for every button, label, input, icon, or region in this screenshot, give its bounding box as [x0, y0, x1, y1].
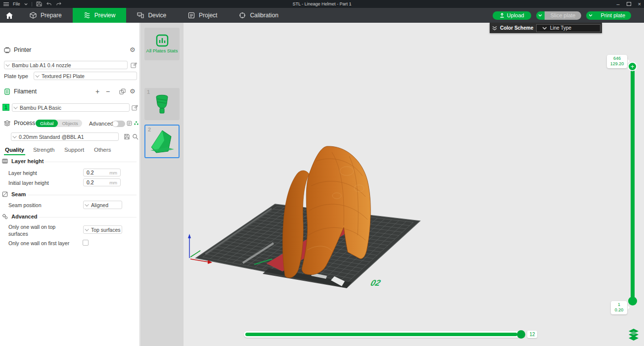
- upload-label: Upload: [507, 12, 524, 18]
- plate-1-number: 1: [147, 89, 150, 95]
- layer-slider-bottom-handle[interactable]: [628, 297, 637, 305]
- edit-printer-icon[interactable]: [131, 62, 137, 68]
- process-icon: [4, 120, 10, 127]
- one-wall-first-layer-label: Only one wall on first layer: [8, 240, 69, 246]
- filament-section-title: Filament: [14, 88, 37, 95]
- 3d-viewport[interactable]: 02: [184, 23, 644, 346]
- one-wall-first-layer-checkbox[interactable]: [83, 240, 89, 246]
- edit-filament-icon[interactable]: [132, 104, 138, 111]
- color-scheme-label: Color Scheme: [500, 25, 533, 31]
- filament-settings-icon[interactable]: ⚙: [130, 88, 136, 94]
- settings-sidebar: Printer ⚙ Bambu Lab A1 0.4 nozzle Plate …: [0, 23, 140, 346]
- layer-slider-track[interactable]: [631, 65, 635, 302]
- window-title: STL - Lineage Helmet - Part 1: [0, 1, 644, 6]
- seam-position-select[interactable]: Aligned: [83, 201, 122, 209]
- upload-button[interactable]: Upload: [493, 11, 531, 20]
- seam-position-label: Seam position: [8, 202, 42, 208]
- initial-layer-height-unit: mm: [109, 180, 120, 185]
- process-preset-value: 0.20mm Standard @BBL A1: [19, 134, 84, 140]
- layer-slider-top-tooltip: 646 129.20: [607, 55, 627, 68]
- plate-type-value: Textured PEI Plate: [42, 73, 85, 79]
- printer-settings-icon[interactable]: ⚙: [130, 46, 136, 53]
- one-wall-top-select[interactable]: Top surfaces: [83, 225, 122, 234]
- advanced-section-icon: [2, 214, 8, 219]
- tab-strength[interactable]: Strength: [33, 147, 54, 153]
- slice-plate-button[interactable]: Slice plate: [545, 11, 582, 20]
- remove-filament-button[interactable]: −: [106, 87, 110, 95]
- parameter-list-icon[interactable]: [127, 121, 132, 126]
- process-preset-select[interactable]: 0.20mm Standard @BBL A1: [11, 132, 119, 141]
- layer-min-value: 1: [613, 302, 625, 307]
- filament-preset-select[interactable]: Bambu PLA Basic: [12, 103, 130, 112]
- advanced-toggle[interactable]: [112, 121, 125, 127]
- file-menu[interactable]: File: [13, 1, 20, 6]
- filament-slot-badge[interactable]: 1: [2, 104, 9, 111]
- tab-preview-label: Preview: [94, 12, 116, 19]
- tab-quality[interactable]: Quality: [5, 147, 24, 153]
- process-section-title: Process: [14, 120, 35, 127]
- printer-icon: [4, 47, 10, 53]
- scope-global-button[interactable]: Global: [36, 120, 58, 127]
- step-slider-track[interactable]: [244, 331, 525, 338]
- seam-icon: [2, 191, 8, 197]
- layer-max-height: 129.20: [609, 61, 625, 67]
- print-plate-button[interactable]: Print plate: [595, 11, 631, 20]
- plate-2-number: 2: [148, 127, 151, 132]
- undo-icon[interactable]: [46, 1, 52, 6]
- file-menu-chevron-icon[interactable]: [24, 2, 28, 6]
- color-scheme-bar: Color Scheme Line Type: [490, 23, 602, 33]
- layer-height-value: 0.2: [84, 170, 109, 175]
- step-slider-handle[interactable]: [517, 330, 525, 339]
- plate-1-thumbnail[interactable]: 1: [144, 88, 180, 120]
- compare-presets-icon[interactable]: [134, 121, 139, 126]
- tab-preview[interactable]: Preview: [73, 8, 127, 23]
- plate-2-thumbnail[interactable]: 2: [144, 125, 180, 158]
- titlebar: File STL - Lineage Helmet - Part 1 – ×: [0, 0, 644, 8]
- minimize-button[interactable]: –: [616, 0, 619, 8]
- home-icon: [5, 12, 13, 19]
- advanced-toggle-label: Advanced: [89, 121, 113, 127]
- filament-icon: [4, 88, 10, 95]
- tab-support[interactable]: Support: [64, 147, 84, 153]
- step-value-badge: 12: [527, 331, 537, 338]
- scope-objects-button[interactable]: Objects: [58, 121, 82, 126]
- sync-filament-icon[interactable]: [119, 88, 126, 95]
- search-preset-icon[interactable]: [132, 133, 138, 140]
- tab-others[interactable]: Others: [94, 147, 111, 153]
- stats-icon: [156, 34, 169, 47]
- layer-max-value: 646: [609, 56, 625, 61]
- slice-dropdown-button[interactable]: [536, 11, 545, 20]
- plates-rail: All Plates Stats 1 2: [140, 23, 184, 346]
- add-filament-button[interactable]: +: [95, 87, 99, 95]
- plate-number-label: 02: [369, 278, 382, 287]
- layer-height-input[interactable]: 0.2 mm: [83, 169, 121, 176]
- close-button[interactable]: ×: [638, 0, 641, 8]
- home-button[interactable]: [0, 8, 19, 23]
- tab-device[interactable]: Device: [126, 8, 177, 23]
- layers-view-icon[interactable]: [628, 328, 640, 341]
- divider: [32, 2, 32, 6]
- tab-prepare[interactable]: Prepare: [19, 8, 73, 23]
- initial-layer-height-input[interactable]: 0.2 mm: [83, 178, 121, 186]
- seam-section-title: Seam: [11, 191, 26, 197]
- printer-section-title: Printer: [14, 46, 31, 53]
- save-project-icon[interactable]: [36, 1, 42, 6]
- color-scheme-select[interactable]: Line Type: [536, 24, 600, 32]
- tab-prepare-label: Prepare: [41, 12, 62, 19]
- print-dropdown-button[interactable]: [586, 11, 595, 20]
- restore-button[interactable]: [627, 2, 631, 6]
- slice-plate-label: Slice plate: [551, 12, 576, 18]
- tab-project[interactable]: Project: [177, 8, 228, 23]
- save-preset-icon[interactable]: [124, 133, 130, 140]
- all-plates-stats-button[interactable]: All Plates Stats: [144, 28, 180, 60]
- redo-icon[interactable]: [56, 1, 62, 6]
- main-toolbar: Prepare Preview Device Project Calibrati…: [0, 8, 644, 23]
- collapse-icon[interactable]: [492, 26, 497, 31]
- menu-icon[interactable]: [3, 2, 9, 6]
- plate-type-select[interactable]: Textured PEI Plate: [34, 72, 137, 80]
- chevron-down-icon: [538, 13, 542, 17]
- prepare-icon: [30, 12, 37, 19]
- printer-preset-select[interactable]: Bambu Lab A1 0.4 nozzle: [4, 61, 128, 69]
- tab-calibration[interactable]: Calibration: [228, 8, 289, 23]
- preview-icon: [84, 12, 91, 19]
